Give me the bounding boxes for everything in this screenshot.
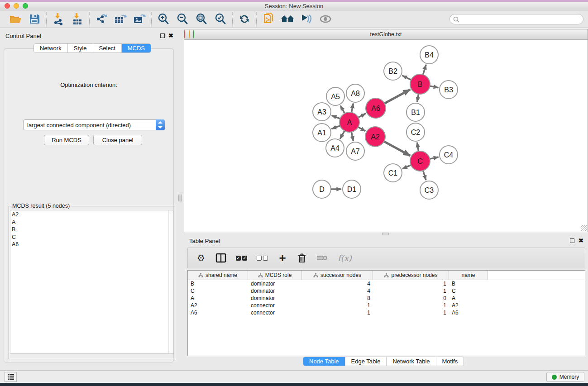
delete-table-icon[interactable] <box>316 253 328 263</box>
tab-motifs[interactable]: Motifs <box>436 357 464 366</box>
node-A6[interactable]: A6 <box>366 98 386 118</box>
network-window-titlebar[interactable]: testGlobe.txt <box>184 29 588 40</box>
table-cell[interactable]: 1 <box>373 288 449 294</box>
node-B[interactable]: B <box>410 74 430 94</box>
table-cell[interactable]: 4 <box>302 281 373 287</box>
node-C1[interactable]: C1 <box>384 164 402 182</box>
refresh-view-icon[interactable] <box>237 12 252 26</box>
node-B3[interactable]: B3 <box>440 81 458 99</box>
close-panel-button[interactable]: Close panel <box>93 135 142 145</box>
table-options-gear-icon[interactable]: ⚙ <box>196 253 206 263</box>
select-all-columns-icon[interactable]: ✓✓ <box>236 253 247 263</box>
edge-A2-C[interactable] <box>382 141 410 156</box>
import-network-icon[interactable] <box>51 12 66 26</box>
column-header-name[interactable]: name <box>449 271 488 280</box>
search-input[interactable] <box>460 15 583 24</box>
vertical-splitter-handle[interactable] <box>178 195 182 201</box>
table-cell[interactable]: C <box>449 288 488 294</box>
duplicate-network-icon[interactable] <box>261 12 276 26</box>
function-builder-icon[interactable]: f(x) <box>338 253 352 263</box>
network-graph[interactable]: B4B2BB3A5A8A6A3B1AA1C2A2A4A7CC4C1C3DD1 <box>184 40 588 232</box>
window-resize-grip[interactable] <box>581 225 587 231</box>
deselect-all-columns-icon[interactable] <box>257 253 268 263</box>
export-table-icon[interactable] <box>113 12 128 26</box>
table-cell[interactable]: connector <box>248 302 302 309</box>
table-cell[interactable]: dominator <box>248 288 302 294</box>
close-table-panel-icon[interactable]: ✖ <box>578 237 583 244</box>
zoom-in-icon[interactable] <box>156 12 171 26</box>
tab-style[interactable]: Style <box>68 44 93 52</box>
result-item[interactable]: C <box>12 234 173 241</box>
node-B4[interactable]: B4 <box>420 46 438 64</box>
table-cell[interactable]: dominator <box>248 281 302 287</box>
table-row[interactable]: A2connector11A2 <box>188 302 585 309</box>
table-cell[interactable]: A <box>449 295 488 301</box>
table-cell[interactable]: 1 <box>373 310 449 316</box>
table-cell[interactable]: A6 <box>188 310 248 316</box>
network-canvas[interactable]: B4B2BB3A5A8A6A3B1AA1C2A2A4A7CC4C1C3DD1 <box>184 40 588 232</box>
result-item[interactable]: A6 <box>12 241 173 248</box>
tab-node-table[interactable]: Node Table <box>303 357 345 366</box>
table-cell[interactable]: B <box>188 281 248 287</box>
export-image-icon[interactable] <box>132 12 147 26</box>
table-cell[interactable]: 1 <box>302 310 373 316</box>
node-B2[interactable]: B2 <box>384 62 402 80</box>
tab-edge-table[interactable]: Edge Table <box>345 357 387 366</box>
result-item[interactable]: A <box>12 219 173 226</box>
tab-network-table[interactable]: Network Table <box>387 357 436 366</box>
table-cell[interactable]: dominator <box>248 295 302 301</box>
zoom-fit-icon[interactable] <box>194 12 209 26</box>
result-item[interactable]: A2 <box>12 211 173 219</box>
node-A3[interactable]: A3 <box>313 103 331 121</box>
table-cell[interactable]: 1 <box>302 302 373 309</box>
table-cell[interactable]: A6 <box>449 310 488 316</box>
node-A7[interactable]: A7 <box>346 142 364 160</box>
node-A2[interactable]: A2 <box>365 127 385 147</box>
table-cell[interactable]: C <box>188 288 248 294</box>
save-session-icon[interactable] <box>27 12 42 26</box>
import-table-icon[interactable] <box>70 12 85 26</box>
table-cell[interactable]: 4 <box>302 288 373 294</box>
node-B1[interactable]: B1 <box>406 103 425 121</box>
zoom-selected-icon[interactable] <box>213 12 228 26</box>
node-A8[interactable]: A8 <box>346 84 364 102</box>
table-cell[interactable]: 1 <box>373 281 449 287</box>
show-hidden-icon[interactable] <box>318 12 333 26</box>
close-panel-icon[interactable]: ✖ <box>168 32 173 39</box>
table-cell[interactable]: 8 <box>302 295 373 301</box>
add-column-icon[interactable]: + <box>277 253 287 263</box>
show-all-networks-icon[interactable] <box>280 12 295 26</box>
node-D[interactable]: D <box>313 180 331 198</box>
result-item[interactable]: B <box>12 226 173 234</box>
node-A4[interactable]: A4 <box>326 139 344 157</box>
tab-mcds[interactable]: MCDS <box>122 44 151 52</box>
column-header-predecessor-nodes[interactable]: predecessor nodes <box>373 271 449 280</box>
table-cell[interactable]: 0 <box>373 295 449 301</box>
delete-column-icon[interactable] <box>297 253 307 263</box>
node-A5[interactable]: A5 <box>326 87 344 105</box>
table-cell[interactable]: B <box>449 281 488 287</box>
table-cell[interactable]: A2 <box>188 302 248 309</box>
table-row[interactable]: Cdominator41C <box>188 287 585 295</box>
open-file-icon[interactable] <box>8 12 23 26</box>
split-table-icon[interactable] <box>215 253 226 263</box>
node-C4[interactable]: C4 <box>440 146 458 164</box>
zoom-out-icon[interactable] <box>175 12 190 26</box>
tab-network[interactable]: Network <box>34 44 68 52</box>
table-cell[interactable]: 1 <box>373 302 449 309</box>
node-C[interactable]: C <box>410 151 430 171</box>
column-header-mcds-role[interactable]: MCDS role <box>248 271 302 280</box>
column-header-successor-nodes[interactable]: successor nodes <box>302 271 373 280</box>
memory-button[interactable]: Memory <box>546 372 584 382</box>
table-cell[interactable]: A <box>188 295 248 301</box>
node-D1[interactable]: D1 <box>343 180 361 198</box>
result-scrollbar[interactable] <box>168 210 173 353</box>
table-row[interactable]: A6connector11A6 <box>188 309 585 316</box>
run-mcds-button[interactable]: Run MCDS <box>44 135 89 145</box>
node-C3[interactable]: C3 <box>420 181 438 199</box>
hide-selected-icon[interactable] <box>299 12 314 26</box>
table-row[interactable]: Adominator80A <box>188 295 585 302</box>
float-panel-icon[interactable] <box>160 33 165 38</box>
tab-select[interactable]: Select <box>93 44 122 52</box>
column-header-shared-name[interactable]: shared name <box>188 271 248 280</box>
